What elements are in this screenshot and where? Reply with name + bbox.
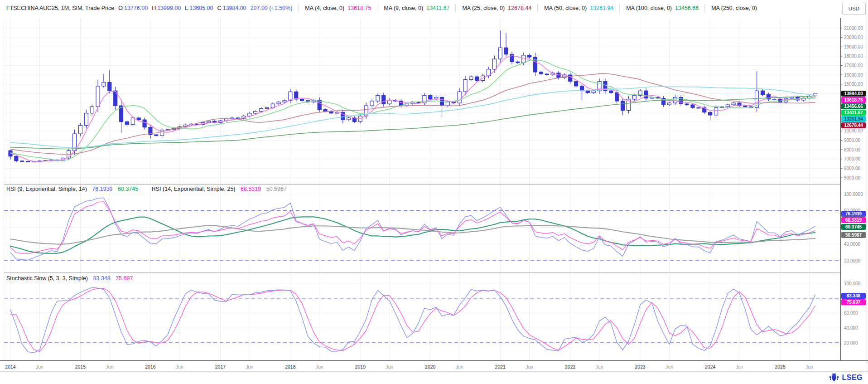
svg-text:15000.00: 15000.00 bbox=[844, 82, 863, 87]
stochastic-k-value: 83.348 bbox=[93, 275, 110, 282]
ma-legend-50[interactable]: MA (50, close, 0) 13261.94 bbox=[537, 4, 619, 13]
ma-legend-value: 13618.75 bbox=[347, 5, 371, 11]
price-axis-badge: 13618.75 bbox=[841, 97, 866, 103]
change-value: 207.00 (+1.50%) bbox=[251, 5, 293, 11]
price-axis-badge: 13261.94 bbox=[841, 116, 866, 122]
chart-header: FTSECHINA AUG25, 1M, SIM, Trade Price O1… bbox=[0, 0, 868, 16]
rsi-legend-label: RSI (9, Exponential, Simple, 14) bbox=[6, 186, 87, 192]
rsi-axis-badge: 68.5319 bbox=[841, 217, 866, 223]
svg-text:60.000: 60.000 bbox=[844, 311, 858, 316]
svg-text:Jun: Jun bbox=[596, 364, 603, 369]
rsi-value: 76.1939 bbox=[92, 186, 112, 192]
svg-text:20000.00: 20000.00 bbox=[844, 35, 863, 40]
svg-text:2025: 2025 bbox=[775, 364, 786, 369]
ma-legend-value: 13456.66 bbox=[675, 5, 699, 11]
svg-text:16000.00: 16000.00 bbox=[844, 73, 863, 78]
high-label: H bbox=[152, 5, 156, 11]
svg-text:18000.00: 18000.00 bbox=[844, 53, 863, 58]
low-label: L bbox=[185, 5, 188, 11]
svg-text:2023: 2023 bbox=[635, 364, 646, 369]
svg-text:2017: 2017 bbox=[215, 364, 226, 369]
instrument-legend[interactable]: FTSECHINA AUG25, 1M, SIM, Trade Price O1… bbox=[0, 4, 298, 13]
svg-text:Jun: Jun bbox=[316, 364, 323, 369]
svg-text:6000.00: 6000.00 bbox=[844, 166, 861, 171]
ma-legend-4[interactable]: MA (4, close, 0) 13618.75 bbox=[298, 4, 377, 13]
ma-legend-label: MA (4, close, 0) bbox=[305, 5, 344, 11]
svg-text:Jun: Jun bbox=[736, 364, 743, 369]
open-label: O bbox=[118, 5, 123, 11]
lseg-logo-text: LSEG bbox=[842, 374, 863, 382]
svg-text:20.0000: 20.0000 bbox=[844, 258, 861, 263]
ma-legend-value: 12678.44 bbox=[508, 5, 531, 11]
close-label: C bbox=[217, 5, 221, 11]
stochastic-d-value: 75.697 bbox=[116, 275, 133, 282]
svg-text:21000.00: 21000.00 bbox=[844, 26, 863, 31]
lseg-logo: LSEG bbox=[829, 373, 863, 382]
chart-window: 21000.0020000.0019000.0018000.0017000.00… bbox=[0, 0, 868, 384]
svg-text:40.0000: 40.0000 bbox=[844, 242, 861, 247]
svg-text:2015: 2015 bbox=[75, 364, 86, 369]
stochastic-legend-label: Stochastic Slow (5, 3, 3, Simple) bbox=[6, 275, 88, 282]
rsi-value-2: 68.5319 bbox=[241, 186, 261, 192]
instrument-title: FTSECHINA AUG25, 1M, SIM, Trade Price bbox=[6, 5, 114, 11]
svg-text:2014: 2014 bbox=[5, 364, 16, 369]
ma-legend-250[interactable]: MA (250, close, 0) bbox=[704, 4, 766, 13]
svg-text:Jun: Jun bbox=[526, 364, 533, 369]
price-axis-badge: 13984.00 bbox=[841, 91, 866, 97]
ma-legend-label: MA (250, close, 0) bbox=[711, 5, 757, 11]
svg-text:Jun: Jun bbox=[246, 364, 253, 369]
svg-text:2020: 2020 bbox=[425, 364, 436, 369]
svg-text:Jun: Jun bbox=[665, 364, 673, 369]
svg-text:8000.00: 8000.00 bbox=[844, 147, 861, 152]
svg-text:2019: 2019 bbox=[355, 364, 366, 369]
ma-legend-label: MA (50, close, 0) bbox=[544, 5, 587, 11]
stochastic-legend[interactable]: Stochastic Slow (5, 3, 3, Simple) 83.348… bbox=[6, 275, 133, 282]
rsi-axis-badge: 50.5967 bbox=[841, 232, 866, 238]
svg-text:5000.00: 5000.00 bbox=[844, 175, 861, 180]
svg-text:Jun: Jun bbox=[106, 364, 113, 369]
svg-text:7000.00: 7000.00 bbox=[844, 156, 861, 161]
svg-text:Jun: Jun bbox=[805, 364, 813, 369]
stochastic-axis-badge: 75.697 bbox=[841, 299, 866, 305]
svg-text:17000.00: 17000.00 bbox=[844, 63, 863, 68]
svg-text:Jun: Jun bbox=[386, 364, 393, 369]
low-value: 13605.00 bbox=[189, 5, 213, 11]
svg-text:2024: 2024 bbox=[705, 364, 716, 369]
svg-text:Jun: Jun bbox=[456, 364, 463, 369]
svg-text:100.000: 100.000 bbox=[844, 281, 861, 286]
svg-text:10000.00: 10000.00 bbox=[844, 128, 863, 133]
svg-text:Jun: Jun bbox=[36, 364, 43, 369]
rsi-smooth-value: 60.3745 bbox=[118, 186, 138, 192]
open-value: 13776.00 bbox=[124, 5, 148, 11]
ma-legend-25[interactable]: MA (25, close, 0) 12678.44 bbox=[455, 4, 537, 13]
ma-legend-value: 13411.67 bbox=[426, 5, 449, 11]
lseg-crest-icon bbox=[829, 373, 839, 382]
currency-selector[interactable]: USD bbox=[842, 3, 866, 15]
svg-text:19000.00: 19000.00 bbox=[844, 44, 863, 49]
ma-legend-100[interactable]: MA (100, close, 0) 13456.66 bbox=[619, 4, 704, 13]
rsi-axis-badge: 60.3745 bbox=[841, 224, 866, 230]
rsi-legend-label-2: RSI (14, Exponential, Simple, 25) bbox=[152, 186, 236, 192]
rsi-smooth-value-2: 50.5967 bbox=[266, 186, 287, 192]
rsi-axis-badge: 76.1939 bbox=[841, 211, 866, 217]
svg-text:2022: 2022 bbox=[565, 364, 576, 369]
svg-text:2021: 2021 bbox=[495, 364, 506, 369]
svg-text:2018: 2018 bbox=[285, 364, 296, 369]
currency-label: USD bbox=[849, 6, 859, 11]
svg-text:20.000: 20.000 bbox=[844, 340, 858, 345]
price-axis-badge: 12678.44 bbox=[841, 122, 866, 128]
svg-text:40.000: 40.000 bbox=[844, 326, 858, 331]
svg-text:Jun: Jun bbox=[176, 364, 183, 369]
svg-text:2016: 2016 bbox=[145, 364, 156, 369]
price-axis-badge: 13456.66 bbox=[841, 103, 866, 109]
price-axis-badge: 13411.67 bbox=[841, 110, 866, 116]
rsi-legend[interactable]: RSI (9, Exponential, Simple, 14) 76.1939… bbox=[6, 186, 287, 192]
stochastic-axis-badge: 83.348 bbox=[841, 293, 866, 299]
high-value: 13999.00 bbox=[157, 5, 181, 11]
close-value: 13984.00 bbox=[222, 5, 246, 11]
ma-legend-label: MA (100, close, 0) bbox=[626, 5, 672, 11]
ma-legend-value: 13261.94 bbox=[590, 5, 613, 11]
ma-legend-9[interactable]: MA (9, close, 0) 13411.67 bbox=[377, 4, 455, 13]
svg-text:100.0000: 100.0000 bbox=[844, 192, 863, 197]
svg-text:9000.00: 9000.00 bbox=[844, 138, 861, 143]
